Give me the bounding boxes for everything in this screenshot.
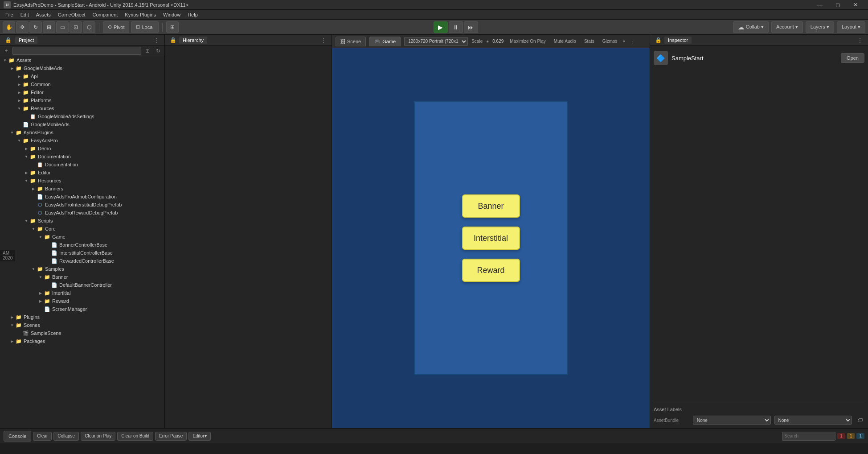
create-button[interactable]: + <box>2 46 11 55</box>
snap-button[interactable]: ⊞ <box>166 21 179 33</box>
collapse-button[interactable]: Collapse <box>53 432 79 441</box>
editor-dropdown-button[interactable]: Editor ▾ <box>188 432 210 441</box>
hand-tool-button[interactable]: ✋ <box>3 21 15 33</box>
refresh-icon[interactable]: ↻ <box>154 46 163 55</box>
tree-item-assets[interactable]: ▼📁Assets <box>0 56 164 64</box>
game-tab[interactable]: 🎮 Game <box>369 37 401 46</box>
restore-button[interactable]: ◻ <box>829 0 847 10</box>
tree-item-demo[interactable]: ▶📁Demo <box>0 144 164 153</box>
scale-tool-button[interactable]: ⊞ <box>43 21 55 33</box>
tree-item-defaultbannercontroller[interactable]: 📄DefaultBannerController <box>0 281 164 289</box>
asset-label-icon[interactable]: 🏷 <box>856 416 864 425</box>
maximize-on-play-button[interactable]: Maximize On Play <box>507 38 549 44</box>
play-button[interactable]: ▶ <box>434 21 448 33</box>
banner-button[interactable]: Banner <box>462 194 520 218</box>
tree-item-banners[interactable]: ▶📁Banners <box>0 185 164 193</box>
tree-item-api[interactable]: ▶📁Api <box>0 72 164 80</box>
tree-item-resources[interactable]: ▼📁Resources <box>0 104 164 112</box>
scene-tab[interactable]: 🖼 Scene <box>336 37 366 46</box>
menu-edit[interactable]: Edit <box>17 11 33 18</box>
game-options-icon[interactable]: ⋮ <box>628 37 637 46</box>
inspector-open-button[interactable]: Open <box>841 53 864 63</box>
hierarchy-options-icon[interactable]: ⋮ <box>319 36 328 45</box>
account-button[interactable]: Account ▾ <box>771 21 803 33</box>
tree-item-banner[interactable]: ▼📁Banner <box>0 273 164 281</box>
step-button[interactable]: ⏭ <box>464 21 478 33</box>
clear-button[interactable]: Clear <box>33 432 52 441</box>
hierarchy-lock-icon[interactable]: 🔒 <box>168 36 177 45</box>
filter-icon[interactable]: ⊞ <box>143 46 152 55</box>
console-tab[interactable]: Console <box>4 431 31 442</box>
tree-item-googlemobileadssettings[interactable]: 📋GoogleMobileAdsSettings <box>0 112 164 120</box>
project-options-icon[interactable]: ⋮ <box>152 36 161 45</box>
tree-item-plugins[interactable]: ▶📁Plugins <box>0 313 164 321</box>
project-search-input[interactable] <box>12 47 141 55</box>
layout-button[interactable]: Layout ▾ <box>837 21 865 33</box>
gizmos-button[interactable]: Gizmos <box>600 38 620 44</box>
tree-item-interstitialcontrollerbase[interactable]: 📄InterstitialControllerBase <box>0 249 164 257</box>
tree-item-editor[interactable]: ▶📁Editor <box>0 169 164 177</box>
tree-item-intertitial[interactable]: ▶📁Intertitial <box>0 289 164 297</box>
inspector-lock-icon[interactable]: 🔒 <box>654 36 663 45</box>
tree-item-documentation[interactable]: ▼📁Documentation <box>0 153 164 161</box>
tree-item-easyadspro[interactable]: ▼📁EasyAdsPro <box>0 136 164 144</box>
transform-tool-button[interactable]: ⊡ <box>70 21 82 33</box>
tree-item-resources[interactable]: ▼📁Resources <box>0 177 164 185</box>
local-button[interactable]: ⊞ Local <box>131 21 158 33</box>
clear-on-build-button[interactable]: Clear on Build <box>117 432 153 441</box>
menu-component[interactable]: Component <box>89 11 121 18</box>
tree-item-common[interactable]: ▶📁Common <box>0 80 164 88</box>
custom-tool-button[interactable]: ⬡ <box>83 21 95 33</box>
tree-item-kyriosplugins[interactable]: ▼📁KyriosPlugins <box>0 128 164 136</box>
rect-tool-button[interactable]: ▭ <box>56 21 69 33</box>
pivot-button[interactable]: ⊙ Pivot <box>103 21 129 33</box>
mute-audio-button[interactable]: Mute Audio <box>551 38 579 44</box>
tree-item-editor[interactable]: ▶📁Editor <box>0 88 164 96</box>
tree-item-googlemobileads[interactable]: 📄GoogleMobileAds <box>0 120 164 128</box>
inspector-tab[interactable]: Inspector <box>664 37 692 44</box>
minimize-button[interactable]: — <box>811 0 829 10</box>
menu-gameobject[interactable]: GameObject <box>54 11 89 18</box>
tree-item-easyadsprorewarddebugprefab[interactable]: ⬡EasyAdsProRewardDebugPrefab <box>0 209 164 217</box>
tree-item-samples[interactable]: ▼📁Samples <box>0 265 164 273</box>
asset-bundle-select-2[interactable]: None <box>774 416 852 425</box>
tree-item-core[interactable]: ▼📁Core <box>0 225 164 233</box>
tree-item-easyadsprointerstitialdebugprefab[interactable]: ⬡EasyAdsProInterstitialDebugPrefab <box>0 201 164 209</box>
console-search-input[interactable] <box>782 432 835 441</box>
tree-item-packages[interactable]: ▶📁Packages <box>0 337 164 345</box>
project-tab[interactable]: Project <box>15 37 37 44</box>
move-tool-button[interactable]: ✥ <box>16 21 29 33</box>
close-button[interactable]: ✕ <box>847 0 864 10</box>
tree-item-screenmanager[interactable]: 📄ScreenManager <box>0 305 164 313</box>
tree-item-platforms[interactable]: ▶📁Platforms <box>0 96 164 104</box>
project-lock-icon[interactable]: 🔒 <box>4 36 12 45</box>
tree-item-game[interactable]: ▼📁Game <box>0 233 164 241</box>
menu-window[interactable]: Window <box>160 11 184 18</box>
asset-bundle-select-1[interactable]: None <box>693 416 771 425</box>
tree-item-rewardedcontrollerbase[interactable]: 📄RewardedControllerBase <box>0 257 164 265</box>
menu-kyrios-plugins[interactable]: Kyrios Plugins <box>121 11 160 18</box>
tree-item-googlemobileads[interactable]: ▶📁GoogleMobileAds <box>0 64 164 72</box>
tree-item-scenes[interactable]: ▼📁Scenes <box>0 321 164 329</box>
menu-help[interactable]: Help <box>184 11 201 18</box>
interstitial-button[interactable]: Interstitial <box>462 227 520 250</box>
tree-item-bannercontrollerbase[interactable]: 📄BannerControllerBase <box>0 241 164 249</box>
hierarchy-tab[interactable]: Hierarchy <box>179 37 207 44</box>
tree-item-scripts[interactable]: ▼📁Scripts <box>0 217 164 225</box>
layers-button[interactable]: Layers ▾ <box>806 21 834 33</box>
error-pause-button[interactable]: Error Pause <box>155 432 187 441</box>
menu-file[interactable]: File <box>2 11 17 18</box>
tree-item-reward[interactable]: ▶📁Reward <box>0 297 164 305</box>
pause-button[interactable]: ⏸ <box>449 21 463 33</box>
rotate-tool-button[interactable]: ↻ <box>29 21 42 33</box>
clear-on-play-button[interactable]: Clear on Play <box>81 432 115 441</box>
collab-button[interactable]: ☁ Collab ▾ <box>733 21 769 33</box>
tree-item-documentation[interactable]: 📋Documentation <box>0 161 164 169</box>
tree-item-easyadsproadmobconfiguration[interactable]: 📄EasyAdsProAdmobConfiguration <box>0 193 164 201</box>
stats-button[interactable]: Stats <box>581 38 597 44</box>
inspector-options-icon[interactable]: ⋮ <box>856 36 864 45</box>
resolution-select[interactable]: 1280x720 Portrait (720x1 <box>404 37 468 46</box>
tree-item-samplescene[interactable]: 🎬SampleScene <box>0 329 164 337</box>
reward-button[interactable]: Reward <box>462 259 520 282</box>
menu-assets[interactable]: Assets <box>33 11 54 18</box>
